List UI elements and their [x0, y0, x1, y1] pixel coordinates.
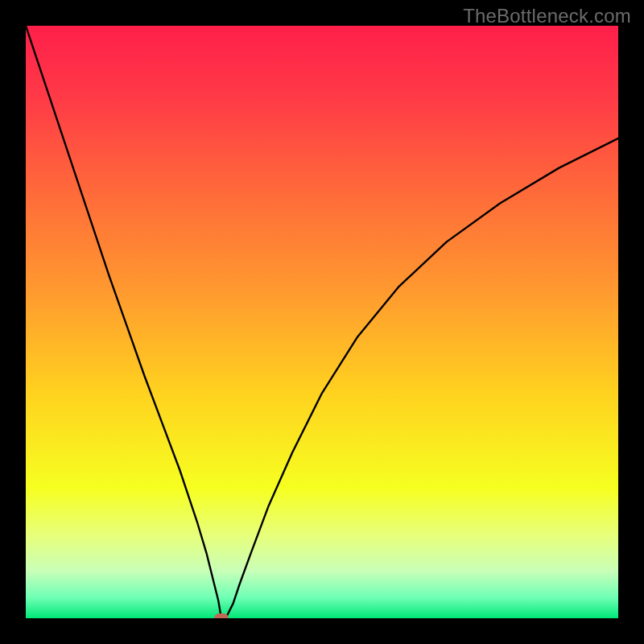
watermark-text: TheBottleneck.com	[463, 5, 631, 27]
plot-area	[26, 26, 618, 618]
optimal-point-marker	[214, 613, 229, 618]
bottleneck-curve	[26, 26, 618, 618]
